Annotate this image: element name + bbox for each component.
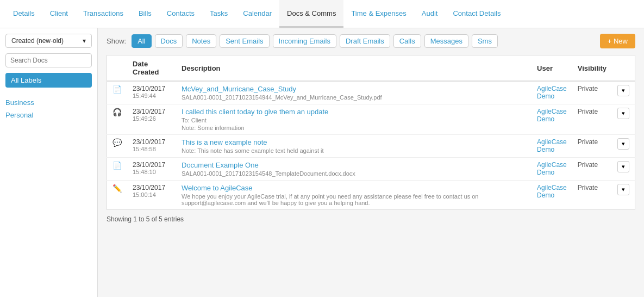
tab-docs-comms[interactable]: Docs & Comms: [279, 0, 343, 28]
row-visibility-3: Private: [572, 158, 612, 181]
col-action: [612, 55, 635, 82]
sidebar-label-business[interactable]: Business: [5, 96, 92, 109]
col-description: Description: [176, 55, 532, 82]
row-date-2: 23/10/2017 15:48:58: [127, 135, 176, 158]
new-button[interactable]: + New: [600, 34, 635, 48]
row-date-4: 23/10/2017 15:00:14: [127, 181, 176, 210]
show-label: Show:: [107, 37, 126, 45]
row-icon-2: 💬: [107, 135, 128, 158]
row-icon-4: ✏️: [107, 181, 128, 210]
row-action-2: ▾: [612, 135, 635, 158]
search-input[interactable]: [5, 53, 92, 67]
tab-contact-details[interactable]: Contact Details: [445, 0, 508, 28]
row-visibility-2: Private: [572, 135, 612, 158]
filter-draft-emails[interactable]: Draft Emails: [340, 34, 390, 48]
row-icon-1: 🎧: [107, 104, 128, 135]
row-user-2: AgileCase Demo: [532, 135, 572, 158]
tab-audit[interactable]: Audit: [414, 0, 446, 28]
row-desc-2: This is a new example note Note: This no…: [176, 135, 532, 158]
row-icon-3: 📄: [107, 158, 128, 181]
row-dropdown-1[interactable]: ▾: [617, 108, 629, 119]
row-user-0: AgileCase Demo: [532, 81, 572, 104]
tab-bills[interactable]: Bills: [131, 0, 159, 28]
sidebar-label-personal[interactable]: Personal: [5, 109, 92, 121]
row-title-4[interactable]: Welcome to AgileCase: [182, 184, 253, 192]
sort-label: Created (new-old): [11, 37, 64, 45]
row-visibility-1: Private: [572, 104, 612, 135]
row-title-0[interactable]: McVey_and_Murricane_Case_Study: [182, 85, 296, 93]
row-dropdown-2[interactable]: ▾: [617, 138, 629, 150]
content-area: Show: All Docs Notes Sent Emails Incomin…: [98, 28, 644, 297]
col-icon: [107, 55, 128, 82]
table-footer: Showing 1 to 5 of 5 entries: [107, 215, 635, 223]
table-row: ✏️ 23/10/2017 15:00:14 Welcome to AgileC…: [107, 181, 635, 210]
row-visibility-0: Private: [572, 81, 612, 104]
row-action-4: ▾: [612, 181, 635, 210]
row-visibility-4: Private: [572, 181, 612, 210]
row-dropdown-4[interactable]: ▾: [617, 184, 629, 195]
filter-incoming-emails[interactable]: Incoming Emails: [273, 34, 336, 48]
tab-transactions[interactable]: Transactions: [76, 0, 131, 28]
row-user-4: AgileCase Demo: [532, 181, 572, 210]
sort-button[interactable]: Created (new-old) ▾: [5, 34, 92, 48]
tab-client[interactable]: Client: [42, 0, 76, 28]
table-row: 🎧 23/10/2017 15:49:26 I called this clie…: [107, 104, 635, 135]
show-bar: Show: All Docs Notes Sent Emails Incomin…: [107, 34, 635, 48]
row-dropdown-0[interactable]: ▾: [617, 85, 629, 96]
tab-contacts[interactable]: Contacts: [159, 0, 202, 28]
tab-tasks[interactable]: Tasks: [202, 0, 235, 28]
filter-docs[interactable]: Docs: [155, 34, 183, 48]
filter-sms[interactable]: Sms: [472, 34, 498, 48]
row-title-2[interactable]: This is a new example note: [182, 138, 267, 146]
row-user-1: AgileCase Demo: [532, 104, 572, 135]
caret-icon: ▾: [83, 37, 86, 45]
filter-all[interactable]: All: [132, 34, 151, 48]
docs-table: DateCreated Description User Visibility …: [107, 55, 635, 210]
table-row: 📄 23/10/2017 15:48:10 Document Example O…: [107, 158, 635, 181]
all-labels-button[interactable]: All Labels: [5, 73, 92, 88]
row-desc-0: McVey_and_Murricane_Case_Study SALA001-0…: [176, 81, 532, 104]
table-header-row: DateCreated Description User Visibility: [107, 55, 635, 82]
filter-notes[interactable]: Notes: [186, 34, 216, 48]
filter-calls[interactable]: Calls: [393, 34, 421, 48]
row-title-3[interactable]: Document Example One: [182, 161, 259, 169]
sidebar: Created (new-old) ▾ All Labels Business …: [0, 28, 98, 297]
col-visibility: Visibility: [572, 55, 612, 82]
row-date-0: 23/10/2017 15:49:44: [127, 81, 176, 104]
row-dropdown-3[interactable]: ▾: [617, 161, 629, 172]
tab-details[interactable]: Details: [5, 0, 42, 28]
row-title-1[interactable]: I called this client today to give them …: [182, 108, 328, 116]
filter-messages[interactable]: Messages: [424, 34, 468, 48]
table-row: 💬 23/10/2017 15:48:58 This is a new exam…: [107, 135, 635, 158]
row-date-3: 23/10/2017 15:48:10: [127, 158, 176, 181]
row-user-3: AgileCase Demo: [532, 158, 572, 181]
filter-sent-emails[interactable]: Sent Emails: [220, 34, 269, 48]
row-action-0: ▾: [612, 81, 635, 104]
row-action-1: ▾: [612, 104, 635, 135]
row-desc-4: Welcome to AgileCase We hope you enjoy y…: [176, 181, 532, 210]
row-icon-0: 📄: [107, 81, 128, 104]
top-navigation: Details Client Transactions Bills Contac…: [0, 0, 644, 28]
col-date: DateCreated: [127, 55, 176, 82]
col-user: User: [532, 55, 572, 82]
row-action-3: ▾: [612, 158, 635, 181]
table-row: 📄 23/10/2017 15:49:44 McVey_and_Murrican…: [107, 81, 635, 104]
main-layout: Created (new-old) ▾ All Labels Business …: [0, 28, 644, 297]
tab-calendar[interactable]: Calendar: [235, 0, 279, 28]
row-desc-1: I called this client today to give them …: [176, 104, 532, 135]
row-desc-3: Document Example One SALA001-0001_201710…: [176, 158, 532, 181]
row-date-1: 23/10/2017 15:49:26: [127, 104, 176, 135]
tab-time-expenses[interactable]: Time & Expenses: [343, 0, 414, 28]
